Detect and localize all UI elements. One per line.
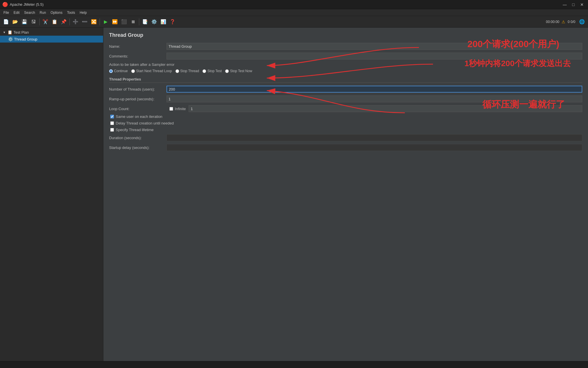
- save-button[interactable]: 💾: [20, 18, 29, 26]
- infinite-checkbox-label[interactable]: Infinite: [169, 107, 186, 111]
- ramp-up-input[interactable]: [167, 95, 582, 102]
- infinite-checkbox[interactable]: [169, 107, 173, 111]
- specify-lifetime-checkbox[interactable]: [110, 128, 114, 132]
- loop-count-label: Loop Count:: [109, 107, 167, 111]
- action-section: Action to be taken after a Sampler error…: [109, 62, 582, 73]
- toolbar-sep-2: [69, 18, 70, 25]
- run-button[interactable]: ▶: [101, 18, 110, 26]
- startup-delay-label: Startup delay (seconds):: [109, 145, 167, 150]
- settings-button[interactable]: ⚙️: [150, 18, 158, 26]
- add-button[interactable]: ➕: [71, 18, 80, 26]
- run-no-pause-button[interactable]: ⏩: [111, 18, 119, 26]
- minimize-button[interactable]: —: [561, 1, 568, 8]
- warning-icon: ⚠: [562, 20, 565, 24]
- num-threads-label: Number of Threads (users):: [109, 87, 167, 91]
- cut-button[interactable]: ✂️: [41, 18, 50, 26]
- app-icon: 🔴: [2, 2, 8, 7]
- radio-group-action: Continue Start Next Thread Loop Stop Thr…: [109, 69, 582, 73]
- delay-thread-checkbox-label[interactable]: Delay Thread creation until needed: [110, 121, 582, 125]
- radio-stop-test-label: Stop Test: [207, 69, 222, 73]
- app-title: Apache JMeter (5.5): [10, 2, 44, 7]
- threadgroup-icon: ⚙️: [8, 37, 13, 41]
- comments-input[interactable]: [167, 53, 582, 60]
- loop-count-row: Loop Count: Infinite: [109, 105, 582, 112]
- comments-row: Comments:: [109, 53, 582, 60]
- status-bar: [0, 361, 588, 368]
- tree-item-threadgroup[interactable]: ⚙️ Thread Group: [0, 36, 103, 43]
- same-user-checkbox-label[interactable]: Same user on each iteration: [110, 114, 582, 119]
- clock-display: 00:00:00: [546, 20, 560, 24]
- main-layout: ▼ 📋 Test Plan ⚙️ Thread Group 200个请求(200…: [0, 28, 588, 361]
- duration-row: Duration (seconds):: [109, 134, 582, 141]
- template-button[interactable]: 📑: [141, 18, 149, 26]
- delay-thread-label: Delay Thread creation until needed: [116, 121, 174, 125]
- thread-prop-section: Thread Properties: [109, 77, 582, 83]
- menu-tools[interactable]: Tools: [65, 10, 77, 15]
- counter-display: 0 0/0: [568, 20, 575, 24]
- num-threads-input[interactable]: [167, 86, 582, 93]
- num-threads-row: Number of Threads (users):: [109, 86, 582, 93]
- same-user-checkbox[interactable]: [110, 115, 114, 118]
- radio-stop-test[interactable]: Stop Test: [202, 69, 222, 73]
- paste-button[interactable]: 📌: [59, 18, 68, 26]
- same-user-label: Same user on each iteration: [116, 114, 163, 119]
- menu-edit[interactable]: Edit: [11, 10, 22, 15]
- tree-item-testplan[interactable]: ▼ 📋 Test Plan: [0, 29, 103, 36]
- loop-count-input[interactable]: [189, 105, 582, 112]
- remove-button[interactable]: ➖: [80, 18, 89, 26]
- close-button[interactable]: ✕: [578, 1, 586, 8]
- menu-options[interactable]: Options: [48, 10, 65, 15]
- threadgroup-label: Thread Group: [14, 37, 37, 41]
- ramp-up-label: Ramp-up period (seconds):: [109, 97, 167, 101]
- delay-thread-checkbox[interactable]: [110, 121, 114, 125]
- sidebar: ▼ 📋 Test Plan ⚙️ Thread Group: [0, 28, 103, 361]
- radio-continue[interactable]: Continue: [109, 69, 128, 73]
- testplan-icon: 📋: [7, 30, 12, 34]
- content-wrapper: 200个请求(200个用户) 1秒钟内将200个请求发送出去 循环压测一遍就行了…: [109, 32, 582, 151]
- startup-delay-row: Startup delay (seconds):: [109, 144, 582, 151]
- maximize-button[interactable]: □: [570, 1, 577, 8]
- stop-now-button[interactable]: ⏹: [129, 18, 138, 26]
- radio-stop-thread-input[interactable]: [175, 69, 179, 73]
- tree-toggle-testplan[interactable]: ▼: [2, 30, 6, 34]
- globe-button[interactable]: 🌐: [578, 18, 586, 26]
- duration-label: Duration (seconds):: [109, 136, 167, 140]
- radio-next-loop-input[interactable]: [131, 69, 135, 73]
- save-as-button[interactable]: 🖫: [29, 18, 38, 26]
- radio-continue-input[interactable]: [109, 69, 113, 73]
- specify-lifetime-label: Specify Thread lifetime: [116, 128, 154, 132]
- name-input[interactable]: [167, 43, 582, 50]
- infinite-label: Infinite: [175, 107, 186, 111]
- menu-bar: File Edit Search Run Options Tools Help: [0, 9, 588, 16]
- menu-file[interactable]: File: [1, 10, 11, 15]
- stop-button[interactable]: ⬛: [120, 18, 128, 26]
- radio-stop-test-now[interactable]: Stop Test Now: [225, 69, 252, 73]
- open-button[interactable]: 📂: [11, 18, 20, 26]
- menu-help[interactable]: Help: [77, 10, 89, 15]
- help-button[interactable]: ❓: [168, 18, 177, 26]
- testplan-label: Test Plan: [13, 30, 29, 34]
- radio-stop-test-input[interactable]: [202, 69, 206, 73]
- radio-stop-test-now-label: Stop Test Now: [230, 69, 252, 73]
- radio-next-loop[interactable]: Start Next Thread Loop: [131, 69, 172, 73]
- radio-next-loop-label: Start Next Thread Loop: [136, 69, 172, 73]
- toolbar: 📄 📂 💾 🖫 ✂️ 📋 📌 ➕ ➖ 🔀 ▶ ⏩ ⬛ ⏹ 📑 ⚙️ 📊 ❓ 00…: [0, 16, 588, 28]
- duration-input[interactable]: [167, 134, 582, 141]
- ramp-up-row: Ramp-up period (seconds):: [109, 95, 582, 102]
- clear-button[interactable]: 🔀: [90, 18, 98, 26]
- radio-stop-thread-label: Stop Thread: [180, 69, 199, 73]
- panel-title: Thread Group: [109, 32, 582, 38]
- log-button[interactable]: 📊: [159, 18, 168, 26]
- toolbar-right: 00:00:00 ⚠ 0 0/0 🌐: [546, 18, 586, 26]
- radio-stop-thread[interactable]: Stop Thread: [175, 69, 199, 73]
- startup-delay-input[interactable]: [167, 144, 582, 151]
- title-bar-left: 🔴 Apache JMeter (5.5): [2, 2, 44, 7]
- toolbar-sep-1: [39, 18, 40, 25]
- new-button[interactable]: 📄: [2, 18, 10, 26]
- action-section-label: Action to be taken after a Sampler error: [109, 62, 582, 67]
- copy-button[interactable]: 📋: [50, 18, 59, 26]
- menu-search[interactable]: Search: [22, 10, 37, 15]
- specify-lifetime-checkbox-label[interactable]: Specify Thread lifetime: [110, 128, 582, 132]
- menu-run[interactable]: Run: [37, 10, 48, 15]
- radio-stop-test-now-input[interactable]: [225, 69, 229, 73]
